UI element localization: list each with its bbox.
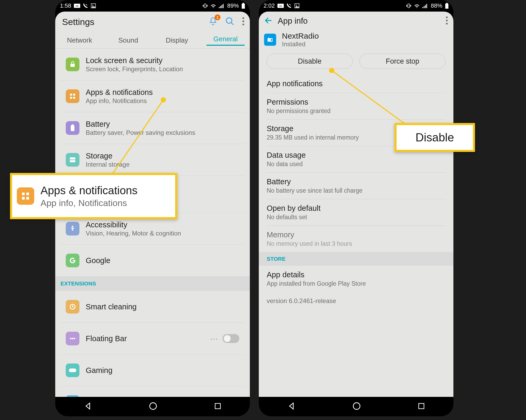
svg-rect-7 bbox=[221, 5, 222, 8]
svg-rect-43 bbox=[426, 4, 427, 8]
overflow-button[interactable] bbox=[446, 16, 448, 26]
row-open-by-default[interactable]: Open by defaultNo defaults set bbox=[267, 199, 446, 226]
gaming-icon bbox=[66, 363, 79, 377]
item-apps-notifications[interactable]: Apps & notificationsApp info, Notificati… bbox=[60, 80, 245, 112]
app-header: NextRadio Installed bbox=[259, 30, 453, 52]
search-button[interactable] bbox=[225, 17, 235, 27]
row-sub: No defaults set bbox=[267, 214, 446, 221]
status-time: 2:02 bbox=[264, 2, 275, 9]
wifi-calling-icon bbox=[83, 3, 88, 8]
accessibility-icon bbox=[66, 222, 79, 235]
item-lock-screen[interactable]: Lock screen & securityScreen lock, Finge… bbox=[60, 49, 245, 80]
svg-point-46 bbox=[446, 17, 448, 18]
svg-rect-41 bbox=[424, 6, 424, 8]
item-gaming[interactable]: Gaming bbox=[60, 355, 245, 386]
item-sub: Internal storage bbox=[86, 161, 239, 168]
picture-icon bbox=[294, 3, 300, 8]
app-name: NextRadio bbox=[282, 32, 319, 40]
svg-point-3 bbox=[92, 5, 93, 6]
lock-icon bbox=[66, 58, 79, 71]
nav-bar bbox=[259, 397, 453, 416]
item-smart-cleaning[interactable]: Smart cleaning bbox=[60, 291, 245, 323]
callout-disable-label: Disable bbox=[416, 131, 454, 144]
wifi-icon bbox=[414, 3, 420, 8]
item-title: Gaming bbox=[86, 366, 239, 375]
row-title: Memory bbox=[267, 231, 446, 239]
svg-point-33 bbox=[150, 403, 156, 409]
callout-title: Apps & notifications bbox=[41, 184, 138, 197]
floating-bar-toggle[interactable] bbox=[222, 334, 239, 343]
version-text: version 6.0.2461-release bbox=[259, 292, 453, 310]
overflow-icon bbox=[446, 16, 448, 25]
row-battery[interactable]: BatteryNo battery use since last full ch… bbox=[267, 173, 446, 199]
settings-list[interactable]: Lock screen & securityScreen lock, Finge… bbox=[55, 49, 250, 397]
svg-rect-18 bbox=[73, 94, 75, 96]
item-google[interactable]: Google bbox=[60, 245, 245, 276]
svg-point-13 bbox=[242, 17, 244, 19]
row-app-notifications[interactable]: App notifications bbox=[267, 75, 446, 93]
row-title: Open by default bbox=[267, 204, 446, 213]
overflow-button[interactable] bbox=[242, 17, 245, 27]
item-battery[interactable]: BatteryBattery saver, Power saving exclu… bbox=[60, 112, 245, 144]
nav-back[interactable] bbox=[83, 402, 92, 412]
back-arrow-icon bbox=[264, 16, 273, 25]
callout-disable: Disable bbox=[394, 123, 475, 152]
tab-general[interactable]: General bbox=[201, 35, 250, 46]
row-app-details[interactable]: App detailsApp installed from Google Pla… bbox=[267, 266, 446, 292]
notification-badge: 1 bbox=[215, 14, 220, 20]
voicemail-icon: oo bbox=[277, 4, 284, 8]
row-sub: No data used bbox=[267, 161, 446, 168]
svg-rect-23 bbox=[70, 157, 75, 160]
svg-rect-59 bbox=[22, 197, 25, 200]
tab-display[interactable]: Display bbox=[153, 36, 201, 44]
status-bar: 2:02 oo 88% bbox=[259, 0, 453, 12]
battery-icon bbox=[445, 3, 449, 9]
signal-icon bbox=[422, 3, 428, 8]
svg-point-47 bbox=[446, 20, 448, 22]
svg-rect-10 bbox=[242, 4, 245, 9]
svg-point-27 bbox=[70, 338, 72, 339]
app-details-list[interactable]: App notifications PermissionsNo permissi… bbox=[259, 75, 453, 252]
svg-point-48 bbox=[446, 23, 448, 25]
tab-sound[interactable]: Sound bbox=[104, 36, 153, 44]
apps-icon bbox=[66, 89, 79, 103]
smart-cleaning-icon bbox=[66, 300, 79, 314]
back-button[interactable] bbox=[261, 13, 276, 29]
extensions-header: EXTENSIONS bbox=[55, 276, 250, 291]
svg-rect-44 bbox=[446, 3, 448, 4]
nav-back[interactable] bbox=[287, 402, 296, 412]
row-permissions[interactable]: PermissionsNo permissions granted bbox=[267, 93, 446, 120]
row-title: Data usage bbox=[267, 151, 446, 160]
nav-recent[interactable] bbox=[214, 402, 222, 411]
nav-home[interactable] bbox=[352, 402, 361, 412]
picture-icon bbox=[91, 3, 96, 8]
svg-rect-42 bbox=[425, 5, 426, 8]
voicemail-icon: oo bbox=[74, 4, 80, 8]
item-context-awareness[interactable]: Context Awareness bbox=[60, 386, 245, 397]
svg-rect-8 bbox=[223, 4, 224, 8]
row-title: Battery bbox=[267, 177, 446, 186]
app-icon bbox=[264, 34, 276, 46]
nav-recent[interactable] bbox=[417, 402, 425, 411]
nav-bar bbox=[55, 397, 250, 416]
floating-bar-icon bbox=[66, 332, 79, 345]
row-sub: No permissions granted bbox=[267, 107, 446, 115]
svg-rect-20 bbox=[73, 97, 75, 99]
svg-rect-57 bbox=[22, 193, 25, 196]
nav-home[interactable] bbox=[149, 402, 158, 412]
notifications-button[interactable]: 1 bbox=[208, 17, 218, 27]
item-title: Smart cleaning bbox=[86, 303, 239, 311]
item-floating-bar[interactable]: Floating Bar ··· bbox=[60, 323, 245, 355]
row-sub: No memory used in last 3 hours bbox=[267, 240, 446, 247]
svg-point-50 bbox=[271, 39, 272, 41]
svg-point-11 bbox=[226, 18, 232, 23]
svg-point-25 bbox=[72, 226, 73, 227]
item-title: Accessibility bbox=[86, 221, 239, 229]
status-time: 1:58 bbox=[60, 2, 71, 9]
row-memory[interactable]: MemoryNo memory used in last 3 hours bbox=[267, 226, 446, 252]
disable-button[interactable]: Disable bbox=[267, 54, 353, 69]
force-stop-button[interactable]: Force stop bbox=[360, 54, 446, 69]
svg-rect-19 bbox=[70, 97, 72, 99]
tab-network[interactable]: Network bbox=[55, 36, 104, 44]
item-storage[interactable]: StorageInternal storage bbox=[60, 144, 245, 176]
